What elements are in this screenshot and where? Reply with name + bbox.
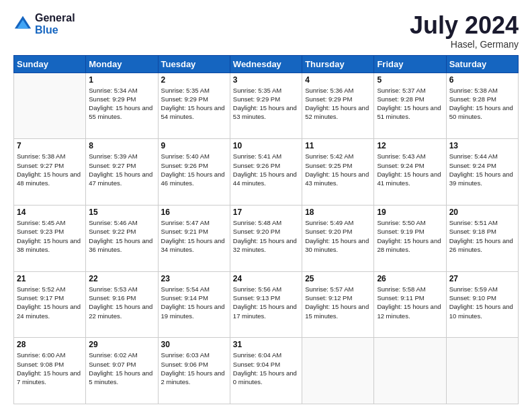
table-row: 14Sunrise: 5:45 AMSunset: 9:23 PMDayligh… (14, 205, 86, 271)
calendar-body: 1Sunrise: 5:34 AMSunset: 9:29 PMDaylight… (14, 73, 519, 404)
day-number: 19 (377, 208, 443, 217)
day-number: 7 (17, 141, 83, 150)
table-row: 23Sunrise: 5:54 AMSunset: 9:14 PMDayligh… (158, 271, 230, 338)
table-row: 16Sunrise: 5:47 AMSunset: 9:21 PMDayligh… (158, 205, 230, 271)
day-number: 8 (89, 141, 154, 150)
day-info: Sunrise: 5:38 AMSunset: 9:28 PMDaylight:… (449, 86, 515, 122)
day-info: Sunrise: 5:46 AMSunset: 9:22 PMDaylight:… (89, 218, 154, 254)
day-info: Sunrise: 5:37 AMSunset: 9:28 PMDaylight:… (377, 86, 443, 122)
logo: General Blue (13, 12, 75, 36)
day-info: Sunrise: 5:57 AMSunset: 9:12 PMDaylight:… (305, 285, 371, 320)
table-row: 18Sunrise: 5:49 AMSunset: 9:20 PMDayligh… (302, 205, 374, 271)
calendar-week-row: 28Sunrise: 6:00 AMSunset: 9:08 PMDayligh… (14, 338, 519, 404)
day-info: Sunrise: 5:56 AMSunset: 9:13 PMDaylight:… (233, 285, 299, 320)
col-monday: Monday (86, 55, 158, 73)
calendar-week-row: 14Sunrise: 5:45 AMSunset: 9:23 PMDayligh… (14, 205, 519, 271)
table-row: 27Sunrise: 5:59 AMSunset: 9:10 PMDayligh… (446, 271, 518, 338)
table-row: 17Sunrise: 5:48 AMSunset: 9:20 PMDayligh… (230, 205, 302, 271)
day-info: Sunrise: 5:58 AMSunset: 9:11 PMDaylight:… (377, 285, 443, 320)
day-info: Sunrise: 5:40 AMSunset: 9:26 PMDaylight:… (161, 152, 227, 187)
day-number: 27 (449, 274, 515, 283)
table-row: 3Sunrise: 5:35 AMSunset: 9:29 PMDaylight… (230, 73, 302, 139)
day-number: 3 (233, 75, 299, 85)
day-number: 17 (233, 208, 299, 217)
day-number: 5 (377, 75, 443, 85)
day-info: Sunrise: 5:35 AMSunset: 9:29 PMDaylight:… (161, 86, 227, 122)
day-info: Sunrise: 5:52 AMSunset: 9:17 PMDaylight:… (17, 285, 83, 320)
day-number: 1 (89, 75, 154, 85)
table-row: 25Sunrise: 5:57 AMSunset: 9:12 PMDayligh… (302, 271, 374, 338)
col-friday: Friday (374, 55, 446, 73)
day-number: 28 (17, 340, 83, 349)
table-row (374, 338, 446, 404)
day-number: 10 (233, 141, 299, 150)
col-sunday: Sunday (14, 55, 86, 73)
day-number: 21 (17, 274, 83, 283)
day-number: 24 (233, 274, 299, 283)
month-title: July 2024 (410, 12, 519, 39)
title-area: July 2024 Hasel, Germany (410, 12, 519, 50)
day-info: Sunrise: 5:34 AMSunset: 9:29 PMDaylight:… (89, 86, 154, 122)
day-number: 11 (305, 141, 371, 150)
day-info: Sunrise: 5:45 AMSunset: 9:23 PMDaylight:… (17, 218, 83, 254)
day-info: Sunrise: 5:49 AMSunset: 9:20 PMDaylight:… (305, 218, 371, 254)
table-row: 12Sunrise: 5:43 AMSunset: 9:24 PMDayligh… (374, 139, 446, 205)
table-row: 6Sunrise: 5:38 AMSunset: 9:28 PMDaylight… (446, 73, 518, 139)
col-tuesday: Tuesday (158, 55, 230, 73)
table-row: 30Sunrise: 6:03 AMSunset: 9:06 PMDayligh… (158, 338, 230, 404)
table-row: 11Sunrise: 5:42 AMSunset: 9:25 PMDayligh… (302, 139, 374, 205)
day-number: 12 (377, 141, 443, 150)
page: General Blue July 2024 Hasel, Germany Su… (0, 0, 532, 411)
table-row: 1Sunrise: 5:34 AMSunset: 9:29 PMDaylight… (86, 73, 158, 139)
table-row: 10Sunrise: 5:41 AMSunset: 9:26 PMDayligh… (230, 139, 302, 205)
day-info: Sunrise: 6:02 AMSunset: 9:07 PMDaylight:… (89, 351, 154, 386)
header: General Blue July 2024 Hasel, Germany (13, 12, 519, 50)
day-number: 26 (377, 274, 443, 283)
calendar-week-row: 7Sunrise: 5:38 AMSunset: 9:27 PMDaylight… (14, 139, 519, 205)
day-info: Sunrise: 6:00 AMSunset: 9:08 PMDaylight:… (17, 351, 83, 386)
day-info: Sunrise: 5:47 AMSunset: 9:21 PMDaylight:… (161, 218, 227, 254)
table-row: 21Sunrise: 5:52 AMSunset: 9:17 PMDayligh… (14, 271, 86, 338)
day-info: Sunrise: 5:42 AMSunset: 9:25 PMDaylight:… (305, 152, 371, 187)
day-number: 18 (305, 208, 371, 217)
day-info: Sunrise: 5:41 AMSunset: 9:26 PMDaylight:… (233, 152, 299, 187)
table-row (446, 338, 518, 404)
col-wednesday: Wednesday (230, 55, 302, 73)
day-info: Sunrise: 5:38 AMSunset: 9:27 PMDaylight:… (17, 152, 83, 187)
day-number: 14 (17, 208, 83, 217)
day-info: Sunrise: 5:43 AMSunset: 9:24 PMDaylight:… (377, 152, 443, 187)
table-row: 8Sunrise: 5:39 AMSunset: 9:27 PMDaylight… (86, 139, 158, 205)
day-number: 2 (161, 75, 227, 85)
calendar-header-row: Sunday Monday Tuesday Wednesday Thursday… (14, 55, 519, 73)
day-info: Sunrise: 5:36 AMSunset: 9:29 PMDaylight:… (305, 86, 371, 122)
day-info: Sunrise: 6:04 AMSunset: 9:04 PMDaylight:… (233, 351, 299, 386)
day-info: Sunrise: 6:03 AMSunset: 9:06 PMDaylight:… (161, 351, 227, 386)
table-row (302, 338, 374, 404)
day-info: Sunrise: 5:53 AMSunset: 9:16 PMDaylight:… (89, 285, 154, 320)
day-number: 25 (305, 274, 371, 283)
calendar-week-row: 1Sunrise: 5:34 AMSunset: 9:29 PMDaylight… (14, 73, 519, 139)
table-row: 5Sunrise: 5:37 AMSunset: 9:28 PMDaylight… (374, 73, 446, 139)
table-row: 4Sunrise: 5:36 AMSunset: 9:29 PMDaylight… (302, 73, 374, 139)
day-info: Sunrise: 5:54 AMSunset: 9:14 PMDaylight:… (161, 285, 227, 320)
day-number: 30 (161, 340, 227, 349)
table-row: 28Sunrise: 6:00 AMSunset: 9:08 PMDayligh… (14, 338, 86, 404)
day-info: Sunrise: 5:44 AMSunset: 9:24 PMDaylight:… (449, 152, 515, 187)
day-info: Sunrise: 5:48 AMSunset: 9:20 PMDaylight:… (233, 218, 299, 254)
day-number: 31 (233, 340, 299, 349)
day-number: 4 (305, 75, 371, 85)
col-thursday: Thursday (302, 55, 374, 73)
day-info: Sunrise: 5:50 AMSunset: 9:19 PMDaylight:… (377, 218, 443, 254)
calendar-week-row: 21Sunrise: 5:52 AMSunset: 9:17 PMDayligh… (14, 271, 519, 338)
day-number: 22 (89, 274, 154, 283)
table-row: 9Sunrise: 5:40 AMSunset: 9:26 PMDaylight… (158, 139, 230, 205)
table-row (14, 73, 86, 139)
table-row: 13Sunrise: 5:44 AMSunset: 9:24 PMDayligh… (446, 139, 518, 205)
table-row: 26Sunrise: 5:58 AMSunset: 9:11 PMDayligh… (374, 271, 446, 338)
table-row: 22Sunrise: 5:53 AMSunset: 9:16 PMDayligh… (86, 271, 158, 338)
table-row: 7Sunrise: 5:38 AMSunset: 9:27 PMDaylight… (14, 139, 86, 205)
day-info: Sunrise: 5:51 AMSunset: 9:18 PMDaylight:… (449, 218, 515, 254)
day-number: 13 (449, 141, 515, 150)
table-row: 31Sunrise: 6:04 AMSunset: 9:04 PMDayligh… (230, 338, 302, 404)
location: Hasel, Germany (410, 39, 519, 50)
